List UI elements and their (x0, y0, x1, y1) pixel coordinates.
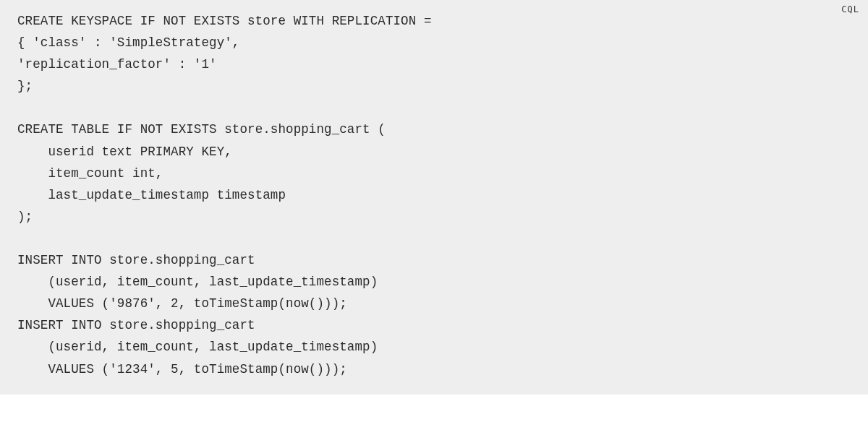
code-block: CQL CREATE KEYSPACE IF NOT EXISTS store … (0, 0, 868, 395)
code-content[interactable]: CREATE KEYSPACE IF NOT EXISTS store WITH… (17, 10, 851, 380)
language-label: CQL (841, 4, 859, 14)
